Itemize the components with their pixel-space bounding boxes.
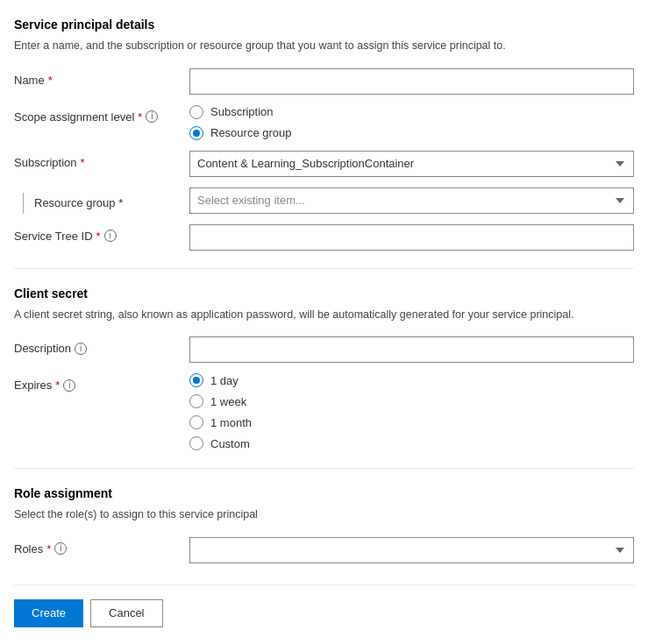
section-title-client-secret: Client secret: [14, 287, 634, 301]
expires-1month-label: 1 month: [210, 416, 252, 429]
resource-group-row: Resource group * Select existing item...: [14, 188, 634, 214]
expires-custom-radio[interactable]: [189, 436, 203, 450]
expires-options-wrap: 1 day 1 week 1 month Custom: [189, 373, 634, 450]
scope-resource-group-radio[interactable]: [189, 126, 203, 140]
section-title-role-assignment: Role assignment: [14, 486, 634, 500]
description-info-icon[interactable]: i: [75, 343, 87, 355]
scope-subscription-radio[interactable]: [189, 105, 203, 119]
scope-resource-group-option[interactable]: Resource group: [189, 126, 634, 140]
service-tree-info-icon[interactable]: i: [104, 230, 117, 242]
expires-1month-radio[interactable]: [189, 415, 203, 429]
expires-1day-option[interactable]: 1 day: [189, 373, 634, 387]
section-role-assignment: Role assignment Select the role(s) to as…: [14, 486, 634, 563]
roles-row: Roles * i: [14, 537, 634, 563]
subscription-select[interactable]: Content & Learning_SubscriptionContainer: [189, 151, 634, 177]
expires-row: Expires * i 1 day 1 week 1 month Custom: [14, 373, 634, 450]
resource-group-label: Resource group *: [34, 196, 123, 209]
resource-group-vline: [23, 193, 24, 214]
section-desc-service-principal: Enter a name, and the subscription or re…: [14, 39, 634, 54]
expires-info-icon[interactable]: i: [63, 379, 75, 392]
section-desc-role-assignment: Select the role(s) to assign to this ser…: [14, 507, 634, 523]
section-desc-client-secret: A client secret string, also known as ap…: [14, 308, 634, 323]
scope-options-wrap: Subscription Resource group: [189, 105, 634, 140]
scope-assignment-label: Scope assignment level * i: [14, 105, 189, 124]
resource-group-required: *: [118, 196, 123, 209]
resource-group-select-wrap: Select existing item...: [189, 188, 634, 214]
divider-2: [14, 468, 634, 469]
create-button[interactable]: Create: [14, 599, 83, 627]
divider-1: [14, 268, 634, 269]
footer-buttons: Create Cancel: [14, 584, 634, 627]
section-service-principal: Service principal details Enter a name, …: [14, 18, 634, 251]
scope-subscription-option[interactable]: Subscription: [189, 105, 634, 119]
expires-label: Expires * i: [14, 373, 189, 392]
scope-subscription-label: Subscription: [210, 105, 274, 118]
expires-1week-label: 1 week: [210, 395, 246, 408]
expires-custom-label: Custom: [210, 437, 250, 450]
description-input-wrap: [189, 336, 634, 363]
subscription-select-wrap: Content & Learning_SubscriptionContainer: [189, 151, 634, 177]
subscription-required: *: [81, 156, 85, 169]
section-title-service-principal: Service principal details: [14, 18, 634, 32]
name-input[interactable]: [189, 68, 634, 95]
service-tree-label: Service Tree ID * i: [14, 224, 189, 243]
scope-assignment-row: Scope assignment level * i Subscription …: [14, 105, 634, 140]
resource-group-label-wrap: Resource group *: [14, 188, 189, 214]
roles-label: Roles * i: [14, 537, 189, 556]
description-row: Description i: [14, 336, 634, 363]
roles-info-icon[interactable]: i: [54, 542, 67, 555]
subscription-label: Subscription *: [14, 151, 189, 169]
resource-group-indent: Resource group *: [14, 193, 123, 214]
resource-group-select[interactable]: Select existing item...: [189, 188, 634, 214]
scope-required: *: [138, 110, 142, 124]
cancel-button[interactable]: Cancel: [90, 599, 162, 627]
description-label: Description i: [14, 336, 189, 355]
name-label: Name *: [14, 68, 189, 87]
expires-1day-label: 1 day: [210, 374, 239, 387]
expires-1week-radio[interactable]: [189, 394, 203, 408]
service-tree-input-wrap: [189, 224, 634, 251]
roles-select[interactable]: [189, 537, 634, 563]
expires-required: *: [55, 379, 60, 392]
description-input[interactable]: [189, 336, 634, 363]
service-tree-input[interactable]: [189, 224, 634, 251]
expires-1week-option[interactable]: 1 week: [189, 394, 634, 408]
name-row: Name *: [14, 68, 634, 95]
expires-1day-radio[interactable]: [189, 373, 203, 387]
name-required: *: [48, 74, 53, 87]
subscription-row: Subscription * Content & Learning_Subscr…: [14, 151, 634, 177]
section-client-secret: Client secret A client secret string, al…: [14, 287, 634, 451]
scope-resource-group-label: Resource group: [210, 126, 292, 139]
expires-1month-option[interactable]: 1 month: [189, 415, 634, 429]
name-input-wrap: [189, 68, 634, 95]
service-tree-required: *: [96, 230, 101, 243]
scope-info-icon[interactable]: i: [146, 110, 158, 123]
roles-required: *: [46, 542, 51, 556]
service-tree-row: Service Tree ID * i: [14, 224, 634, 251]
roles-select-wrap: [189, 537, 634, 563]
expires-custom-option[interactable]: Custom: [189, 436, 634, 450]
